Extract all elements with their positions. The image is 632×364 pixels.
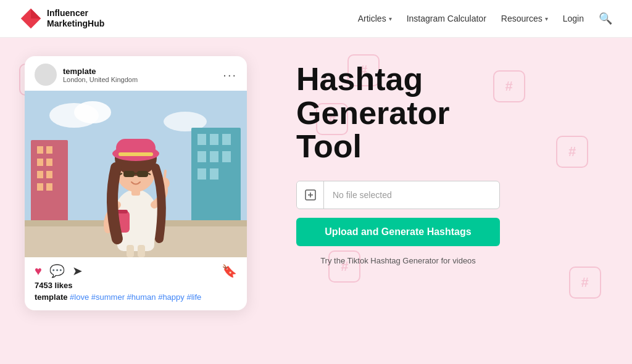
svg-rect-23 [210,168,218,180]
nav-instagram-calc-label: Instagram Calculator [407,14,486,23]
bookmark-icon[interactable]: 🔖 [222,263,237,278]
svg-marker-1 [31,9,41,19]
bg-hashtag-icon: # [569,267,601,299]
svg-line-32 [165,171,165,176]
file-upload-row: No file selected [296,181,500,209]
svg-rect-20 [210,151,218,162]
logo-link[interactable]: Influencer MarketingHub [20,7,104,30]
svg-rect-9 [37,159,43,166]
plus-square-icon [304,189,317,201]
insta-more-icon[interactable]: ··· [223,68,237,82]
instagram-card: template London, United Kingdom ··· [25,56,247,310]
svg-rect-40 [137,171,148,177]
insta-location: London, United Kingdom [63,76,138,83]
nav-item-resources[interactable]: Resources ▾ [501,14,548,23]
file-upload-label: No file selected [324,190,499,200]
nav-item-login[interactable]: Login [563,14,584,23]
insta-caption-username: template [35,292,67,302]
svg-rect-19 [198,151,206,162]
nav-resources-label: Resources [501,14,543,23]
nav-search[interactable]: 🔍 [599,12,612,25]
svg-rect-39 [123,171,135,177]
share-icon[interactable]: ➤ [72,263,83,278]
nav-articles-label: Articles [358,14,386,23]
svg-rect-21 [222,151,231,162]
svg-rect-8 [46,146,52,154]
svg-rect-10 [46,159,52,166]
logo-icon [20,7,42,30]
svg-rect-13 [37,183,43,191]
svg-rect-14 [46,183,52,191]
file-upload-icon-button[interactable] [297,181,324,209]
comment-icon[interactable]: 💬 [49,263,65,278]
tool-title-line2: Generator [296,95,450,131]
logo-text: Influencer MarketingHub [47,8,104,29]
instagram-card-wrap: template London, United Kingdom ··· [25,56,259,310]
svg-rect-17 [210,134,218,145]
nav-item-articles[interactable]: Articles ▾ [358,14,392,23]
tool-title-line3: Tool [296,128,362,164]
svg-rect-18 [222,134,231,145]
tool-section: Hashtag Generator Tool No file selected … [259,56,607,265]
nav-links: Articles ▾ Instagram Calculator Resource… [358,12,612,25]
tool-title: Hashtag Generator Tool [296,62,607,163]
resources-chevron-icon: ▾ [545,15,548,22]
insta-caption: template #love #summer #human #happy #li… [25,292,247,310]
articles-chevron-icon: ▾ [389,15,392,22]
tool-title-line1: Hashtag [296,61,423,97]
tiktok-link[interactable]: Try the Tiktok Hashtag Generator for vid… [296,256,500,265]
insta-post-image [25,91,247,257]
avatar [35,64,57,86]
svg-rect-44 [127,245,134,257]
insta-username: template [63,67,138,76]
insta-actions: ♥ 💬 ➤ 🔖 [25,257,247,281]
main-content: ######## template London, United Kingdom… [0,38,632,364]
insta-caption-hashtags: #love #summer #human #happy #life [70,292,201,302]
svg-rect-11 [37,171,43,178]
svg-rect-38 [118,152,153,156]
insta-left-actions: ♥ 💬 ➤ [35,263,83,278]
nav-login-label: Login [563,14,584,23]
insta-header: template London, United Kingdom ··· [25,56,247,91]
navbar: Influencer MarketingHub Articles ▾ Insta… [0,0,632,38]
nav-item-instagram-calc[interactable]: Instagram Calculator [407,14,486,23]
tiktok-link-anchor[interactable]: Try the Tiktok Hashtag Generator for vid… [320,256,476,265]
svg-rect-22 [198,168,206,180]
insta-likes: 7453 likes [25,281,247,290]
svg-rect-12 [46,171,52,178]
search-icon[interactable]: 🔍 [599,12,612,25]
generate-hashtags-button[interactable]: Upload and Generate Hashtags [296,218,500,246]
girl-illustration [74,97,198,257]
svg-rect-16 [198,134,206,145]
svg-rect-45 [138,245,145,257]
svg-rect-7 [37,146,43,154]
insta-user-info: template London, United Kingdom [35,64,138,86]
heart-icon[interactable]: ♥ [35,264,42,278]
